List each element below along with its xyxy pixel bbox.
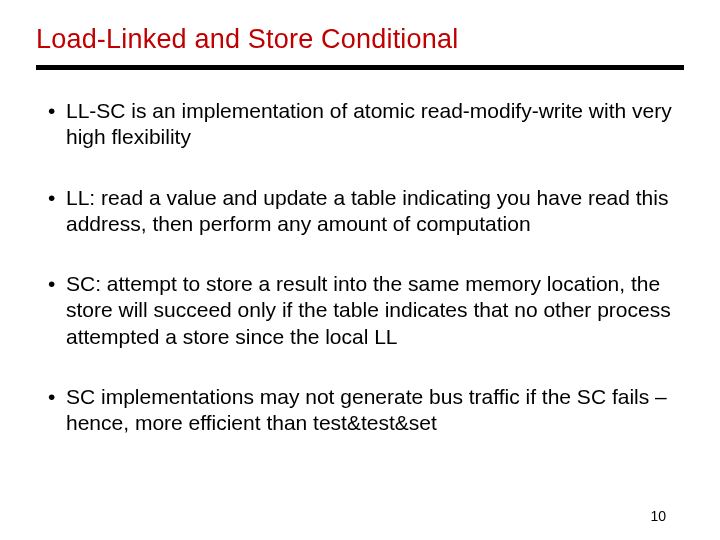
title-divider [36, 65, 684, 70]
bullet-item: LL-SC is an implementation of atomic rea… [48, 98, 684, 151]
page-number: 10 [650, 508, 666, 524]
slide: Load-Linked and Store Conditional LL-SC … [0, 0, 720, 540]
bullet-item: LL: read a value and update a table indi… [48, 185, 684, 238]
bullet-item: SC: attempt to store a result into the s… [48, 271, 684, 350]
slide-title: Load-Linked and Store Conditional [36, 24, 684, 65]
bullet-list: LL-SC is an implementation of atomic rea… [36, 98, 684, 436]
bullet-item: SC implementations may not generate bus … [48, 384, 684, 437]
